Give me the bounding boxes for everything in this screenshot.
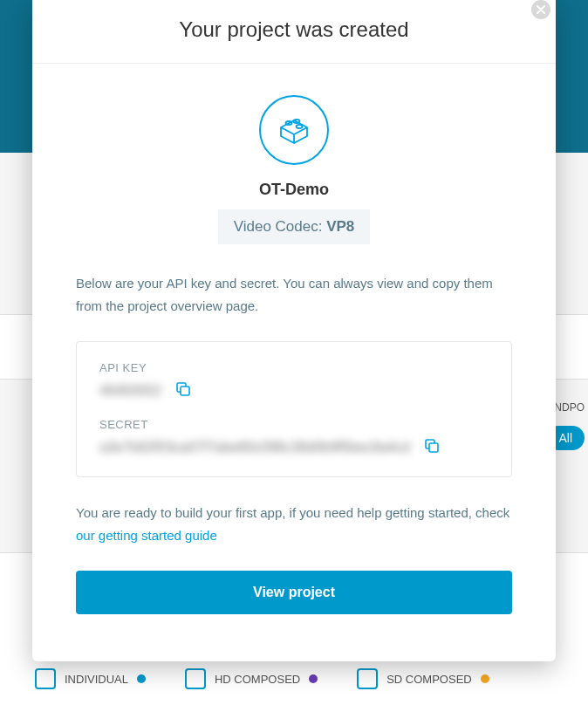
svg-point-2: [297, 125, 303, 128]
close-button[interactable]: [531, 0, 550, 19]
api-key-row: API KEY 46493052: [99, 361, 489, 400]
dot-icon: [137, 674, 146, 683]
svg-rect-6: [429, 443, 438, 452]
block-icon: [276, 112, 312, 148]
secret-value: a3e7b82f03ca07f7abe80c098c38d0b9f0bec9a4…: [99, 440, 410, 455]
close-icon: [537, 5, 545, 14]
modal-body: OT-Demo Video Codec: VP8 Below are your …: [32, 64, 556, 640]
getting-started-link[interactable]: our getting started guide: [76, 528, 217, 543]
copy-icon: [424, 438, 440, 454]
api-key-value-row: 46493052: [99, 381, 489, 400]
copy-api-key-button[interactable]: [175, 381, 191, 400]
secret-value-row: a3e7b82f03ca07f7abe80c098c38d0b9f0bec9a4…: [99, 438, 489, 457]
endpoint-label: NDPO: [554, 401, 585, 414]
modal-header: Your project was created: [32, 0, 556, 64]
dot-icon: [481, 674, 489, 683]
project-icon: [259, 95, 329, 165]
codec-badge: Video Codec: VP8: [218, 209, 371, 244]
codec-value: VP8: [326, 218, 354, 235]
footer-legend: INDIVIDUAL HD COMPOSED SD COMPOSED: [35, 668, 588, 689]
codec-label: Video Codec:: [234, 218, 323, 235]
legend-label: SD COMPOSED: [386, 673, 472, 686]
project-icon-wrap: [76, 95, 512, 165]
dot-icon: [309, 674, 318, 683]
legend-hd-composed: HD COMPOSED: [185, 668, 318, 689]
legend-sd-composed: SD COMPOSED: [357, 668, 489, 689]
api-key-value: 46493052: [99, 383, 161, 399]
secret-label: SECRET: [99, 418, 489, 431]
view-project-button[interactable]: View project: [76, 571, 512, 614]
copy-icon: [175, 381, 191, 397]
secret-row: SECRET a3e7b82f03ca07f7abe80c098c38d0b9f…: [99, 418, 489, 457]
legend-box-icon: [185, 668, 206, 689]
svg-rect-4: [181, 387, 189, 395]
api-key-label: API KEY: [99, 361, 489, 374]
ready-text: You are ready to build your first app, i…: [76, 502, 512, 546]
intro-text: Below are your API key and secret. You c…: [76, 272, 512, 317]
project-created-modal: Your project was created OT-Demo Video C…: [32, 0, 556, 661]
ready-text-part: You are ready to build your first app, i…: [76, 505, 509, 520]
legend-individual: INDIVIDUAL: [35, 668, 146, 689]
copy-secret-button[interactable]: [424, 438, 440, 457]
legend-box-icon: [357, 668, 378, 689]
legend-label: HD COMPOSED: [215, 673, 300, 686]
credentials-box: API KEY 46493052 SECRET a3e7b82f03ca07f7…: [76, 341, 512, 477]
modal-title: Your project was created: [58, 17, 530, 42]
project-name: OT-Demo: [76, 181, 512, 199]
legend-box-icon: [35, 668, 56, 689]
legend-label: INDIVIDUAL: [65, 673, 128, 686]
